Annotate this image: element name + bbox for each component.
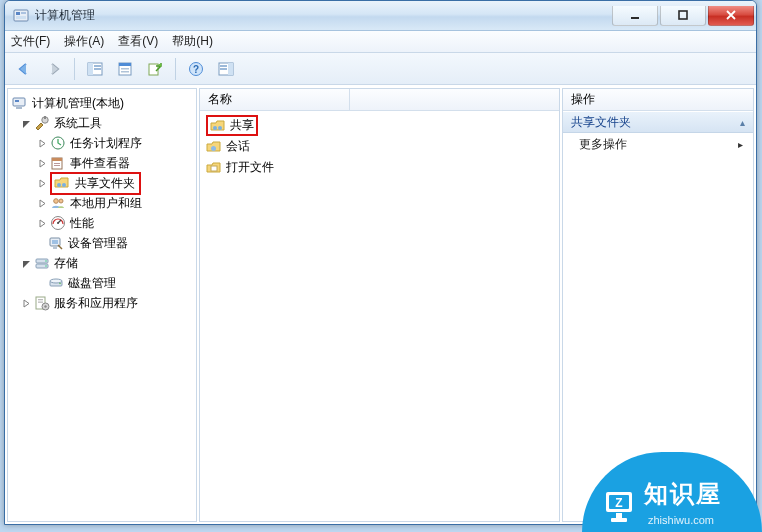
expander-closed-icon[interactable] xyxy=(36,197,48,209)
storage-icon xyxy=(34,255,50,271)
actions-more[interactable]: 更多操作 xyxy=(563,133,753,155)
svg-rect-1 xyxy=(16,12,20,15)
tree-task-scheduler[interactable]: 任务计划程序 xyxy=(10,133,194,153)
chevron-right-icon xyxy=(738,137,743,151)
disk-icon xyxy=(48,275,64,291)
svg-point-32 xyxy=(57,183,61,187)
list-pane: 名称 共享 会话 打开文件 xyxy=(199,88,560,522)
tree-system-tools[interactable]: 系统工具 xyxy=(10,113,194,133)
tree-storage-label: 存储 xyxy=(52,254,80,273)
column-name-label: 名称 xyxy=(208,91,232,108)
show-hide-tree-button[interactable] xyxy=(82,57,108,81)
minimize-button[interactable] xyxy=(612,6,658,26)
expander-closed-icon[interactable] xyxy=(36,177,48,189)
actions-header: 操作 xyxy=(563,89,753,111)
svg-point-33 xyxy=(62,183,66,187)
window-title: 计算机管理 xyxy=(35,7,95,24)
svg-rect-22 xyxy=(15,100,19,102)
clock-icon xyxy=(50,135,66,151)
sessions-icon xyxy=(206,139,222,155)
tree-shared-folders[interactable]: 共享文件夹 xyxy=(10,173,194,193)
svg-rect-19 xyxy=(220,65,227,67)
svg-point-53 xyxy=(213,126,217,130)
svg-rect-50 xyxy=(38,302,43,303)
highlight-shares: 共享 xyxy=(206,115,258,136)
nav-back-button[interactable] xyxy=(11,57,37,81)
toolbar-separator xyxy=(74,58,75,80)
list-item-open-files[interactable]: 打开文件 xyxy=(206,157,553,178)
column-spacer[interactable] xyxy=(350,89,559,110)
tree-device-manager[interactable]: 设备管理器 xyxy=(10,233,194,253)
list-body[interactable]: 共享 会话 打开文件 xyxy=(200,111,559,182)
svg-point-34 xyxy=(54,199,59,204)
svg-rect-5 xyxy=(679,11,687,19)
highlight-shared-folders: 共享文件夹 xyxy=(50,172,141,195)
expander-closed-icon[interactable] xyxy=(36,157,48,169)
svg-rect-13 xyxy=(121,71,129,73)
menubar: 文件(F) 操作(A) 查看(V) 帮助(H) xyxy=(5,31,756,53)
tree-disk-management[interactable]: 磁盘管理 xyxy=(10,273,194,293)
tree-body[interactable]: 计算机管理(本地) 系统工具 任务计划程序 事件查看器 xyxy=(8,89,196,317)
svg-rect-23 xyxy=(16,107,22,109)
svg-point-44 xyxy=(45,265,47,267)
actions-header-label: 操作 xyxy=(571,91,595,108)
toolbar-separator xyxy=(175,58,176,80)
help-button[interactable]: ? xyxy=(183,57,209,81)
device-manager-icon xyxy=(48,235,64,251)
expander-open-icon[interactable] xyxy=(20,117,32,129)
nav-forward-button[interactable] xyxy=(41,57,67,81)
export-button[interactable] xyxy=(142,57,168,81)
menu-action[interactable]: 操作(A) xyxy=(64,33,104,50)
properties-button[interactable] xyxy=(112,57,138,81)
tree-root[interactable]: 计算机管理(本地) xyxy=(10,93,194,113)
column-name[interactable]: 名称 xyxy=(200,89,350,110)
svg-rect-12 xyxy=(121,68,129,70)
services-icon xyxy=(34,295,50,311)
expander-open-icon[interactable] xyxy=(20,257,32,269)
tree-local-users-label: 本地用户和组 xyxy=(68,194,144,213)
tree-storage[interactable]: 存储 xyxy=(10,253,194,273)
window-controls xyxy=(612,6,754,26)
app-icon xyxy=(13,8,29,24)
svg-rect-4 xyxy=(631,17,639,19)
svg-rect-40 xyxy=(53,247,57,249)
computer-icon xyxy=(12,95,28,111)
actions-group-title[interactable]: 共享文件夹 xyxy=(563,111,753,133)
svg-text:?: ? xyxy=(193,64,199,75)
titlebar: 计算机管理 xyxy=(5,1,756,31)
tree-event-viewer-label: 事件查看器 xyxy=(68,154,132,173)
tree-performance[interactable]: 性能 xyxy=(10,213,194,233)
tree-shared-folders-label: 共享文件夹 xyxy=(73,174,137,193)
svg-rect-49 xyxy=(38,299,43,300)
svg-point-52 xyxy=(44,305,46,307)
close-button[interactable] xyxy=(708,6,754,26)
tree-event-viewer[interactable]: 事件查看器 xyxy=(10,153,194,173)
list-item-shares[interactable]: 共享 xyxy=(206,115,553,136)
tree-services-apps-label: 服务和应用程序 xyxy=(52,294,140,313)
expander-closed-icon[interactable] xyxy=(20,297,32,309)
menu-view[interactable]: 查看(V) xyxy=(118,33,158,50)
tools-icon xyxy=(34,115,50,131)
svg-point-46 xyxy=(50,279,62,283)
chevron-up-icon xyxy=(740,115,745,129)
shared-folder-icon xyxy=(210,118,226,134)
content-panes: 计算机管理(本地) 系统工具 任务计划程序 事件查看器 xyxy=(5,85,756,524)
maximize-button[interactable] xyxy=(660,6,706,26)
tree-local-users[interactable]: 本地用户和组 xyxy=(10,193,194,213)
actions-more-label: 更多操作 xyxy=(579,136,627,153)
menu-file[interactable]: 文件(F) xyxy=(11,33,50,50)
expander-closed-icon[interactable] xyxy=(36,137,48,149)
svg-rect-8 xyxy=(94,65,101,67)
menu-help[interactable]: 帮助(H) xyxy=(172,33,213,50)
actions-pane-button[interactable] xyxy=(213,57,239,81)
shared-folder-icon xyxy=(54,175,70,191)
tree-services-apps[interactable]: 服务和应用程序 xyxy=(10,293,194,313)
expander-closed-icon[interactable] xyxy=(36,217,48,229)
svg-point-37 xyxy=(57,222,59,224)
event-viewer-icon xyxy=(50,155,66,171)
svg-rect-31 xyxy=(54,165,60,166)
tree-disk-management-label: 磁盘管理 xyxy=(66,274,118,293)
svg-point-47 xyxy=(59,283,61,285)
list-item-sessions[interactable]: 会话 xyxy=(206,136,553,157)
actions-pane: 操作 共享文件夹 更多操作 xyxy=(562,88,754,522)
